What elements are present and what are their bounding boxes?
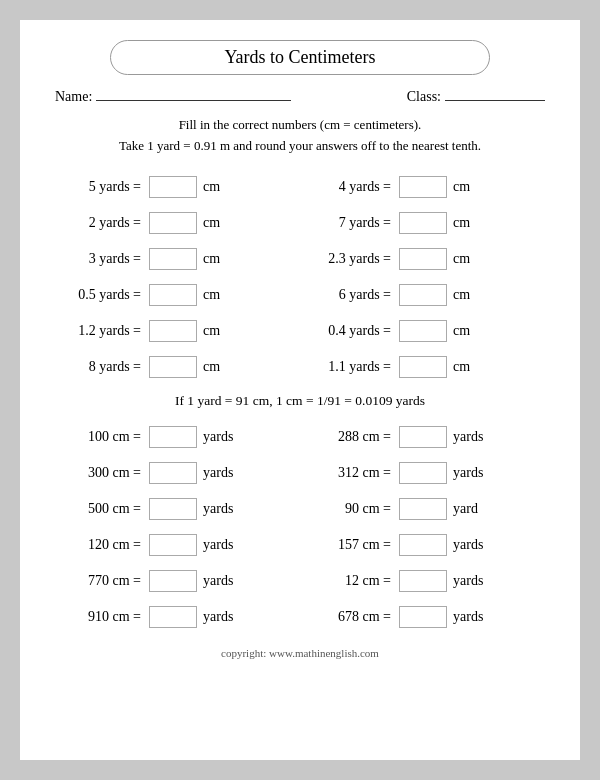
page-title: Yards to Centimeters [110,40,490,75]
problem-label: 8 yards = [60,359,145,375]
list-item: 90 cm =yard [300,493,550,525]
unit-label: yards [203,537,233,553]
instructions-line1: Fill in the correct numbers (cm = centim… [50,115,550,136]
list-item: 312 cm =yards [300,457,550,489]
problem-label: 500 cm = [60,501,145,517]
list-item: 2.3 yards =cm [300,243,550,275]
answer-box[interactable] [399,570,447,592]
answer-box[interactable] [399,176,447,198]
answer-box[interactable] [399,606,447,628]
problem-label: 5 yards = [60,179,145,195]
list-item: 1.2 yards =cm [50,315,300,347]
unit-label: cm [203,179,220,195]
list-item: 2 yards =cm [50,207,300,239]
unit-label: yards [203,573,233,589]
class-underline[interactable] [445,100,545,101]
unit-label: yards [203,501,233,517]
problem-label: 910 cm = [60,609,145,625]
problem-label: 3 yards = [60,251,145,267]
answer-box[interactable] [149,284,197,306]
list-item: 157 cm =yards [300,529,550,561]
list-item: 1.1 yards =cm [300,351,550,383]
answer-box[interactable] [399,426,447,448]
unit-label: yards [453,573,483,589]
unit-label: yards [203,465,233,481]
class-field: Class: [407,89,545,105]
list-item: 770 cm =yards [50,565,300,597]
problem-label: 300 cm = [60,465,145,481]
problem-label: 7 yards = [310,215,395,231]
section1-problems: 5 yards =cm2 yards =cm3 yards =cm0.5 yar… [50,171,550,383]
section1-right-col: 4 yards =cm7 yards =cm2.3 yards =cm6 yar… [300,171,550,383]
list-item: 100 cm =yards [50,421,300,453]
section1-left-col: 5 yards =cm2 yards =cm3 yards =cm0.5 yar… [50,171,300,383]
answer-box[interactable] [149,320,197,342]
name-class-row: Name: Class: [50,89,550,105]
list-item: 910 cm =yards [50,601,300,633]
unit-label: yards [203,429,233,445]
problem-label: 1.1 yards = [310,359,395,375]
unit-label: yard [453,501,478,517]
name-label: Name: [55,89,92,105]
list-item: 5 yards =cm [50,171,300,203]
unit-label: cm [453,179,470,195]
answer-box[interactable] [399,212,447,234]
unit-label: cm [453,251,470,267]
answer-box[interactable] [149,498,197,520]
answer-box[interactable] [399,248,447,270]
unit-label: yards [453,465,483,481]
problem-label: 120 cm = [60,537,145,553]
problem-label: 157 cm = [310,537,395,553]
unit-label: yards [453,429,483,445]
answer-box[interactable] [149,212,197,234]
unit-label: cm [203,251,220,267]
list-item: 6 yards =cm [300,279,550,311]
name-field: Name: [55,89,291,105]
list-item: 678 cm =yards [300,601,550,633]
section2-left-col: 100 cm =yards300 cm =yards500 cm =yards1… [50,421,300,633]
answer-box[interactable] [399,498,447,520]
answer-box[interactable] [399,284,447,306]
list-item: 3 yards =cm [50,243,300,275]
answer-box[interactable] [149,176,197,198]
unit-label: yards [453,609,483,625]
answer-box[interactable] [149,606,197,628]
class-label: Class: [407,89,441,105]
problem-label: 0.4 yards = [310,323,395,339]
answer-box[interactable] [399,356,447,378]
list-item: 12 cm =yards [300,565,550,597]
answer-box[interactable] [399,462,447,484]
answer-box[interactable] [149,570,197,592]
list-item: 0.5 yards =cm [50,279,300,311]
unit-label: cm [203,359,220,375]
list-item: 300 cm =yards [50,457,300,489]
unit-label: cm [203,287,220,303]
unit-label: cm [453,323,470,339]
answer-box[interactable] [399,320,447,342]
section2-right-col: 288 cm =yards312 cm =yards90 cm =yard157… [300,421,550,633]
name-underline[interactable] [96,100,291,101]
list-item: 120 cm =yards [50,529,300,561]
answer-box[interactable] [149,426,197,448]
answer-box[interactable] [149,356,197,378]
answer-box[interactable] [149,248,197,270]
problem-label: 770 cm = [60,573,145,589]
answer-box[interactable] [399,534,447,556]
list-item: 500 cm =yards [50,493,300,525]
list-item: 7 yards =cm [300,207,550,239]
problem-label: 2.3 yards = [310,251,395,267]
unit-label: cm [453,359,470,375]
unit-label: yards [453,537,483,553]
problem-label: 312 cm = [310,465,395,481]
problem-label: 0.5 yards = [60,287,145,303]
list-item: 0.4 yards =cm [300,315,550,347]
answer-box[interactable] [149,462,197,484]
unit-label: cm [203,215,220,231]
worksheet-page: Yards to Centimeters Name: Class: Fill i… [20,20,580,760]
answer-box[interactable] [149,534,197,556]
problem-label: 100 cm = [60,429,145,445]
problem-label: 678 cm = [310,609,395,625]
problem-label: 90 cm = [310,501,395,517]
problem-label: 4 yards = [310,179,395,195]
copyright: copyright: www.mathinenglish.com [50,647,550,659]
